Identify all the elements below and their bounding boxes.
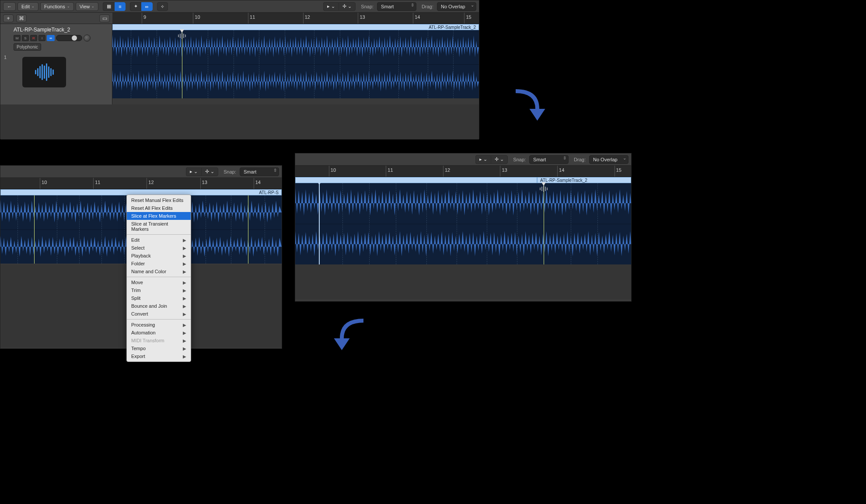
audio-region[interactable] [295, 183, 631, 264]
submenu-arrow-icon: ▶ [183, 261, 186, 266]
collapse-icon[interactable]: ▭ [99, 14, 110, 22]
flex-marker-icon[interactable] [175, 29, 189, 42]
timeline-ruler[interactable]: 9 10 11 12 13 14 15 [112, 13, 479, 24]
submenu-arrow-icon: ▶ [183, 254, 186, 258]
grid-icon[interactable]: ▦ [103, 2, 115, 11]
record-button[interactable]: R [30, 35, 37, 41]
menu-item-label: Folder [131, 261, 145, 266]
track-header[interactable]: 1 ATL-RP-SampleTrack_2 M S R I ∞ Polypho… [0, 24, 112, 104]
drag-select[interactable]: No Overlap [437, 2, 476, 11]
menu-item[interactable]: Folder▶ [127, 260, 191, 268]
waveform-channel-l [112, 30, 479, 64]
mute-button[interactable]: M [14, 35, 21, 41]
snap-label: Snap: [223, 169, 236, 174]
region-lane[interactable]: ATL-RP-SampleTrack_2 [295, 177, 631, 264]
flex-marker-line[interactable] [248, 195, 248, 264]
arrow-step-2-icon [328, 315, 367, 355]
menu-item-label: Processing [131, 322, 155, 327]
submenu-arrow-icon: ▶ [183, 296, 186, 301]
region-start-marker[interactable] [319, 183, 320, 264]
alt-tool-icon[interactable]: ✢ ⌄ [491, 155, 508, 164]
catch-icon[interactable]: ⟡ [157, 2, 168, 11]
timeline-ruler[interactable]: 10 11 12 13 14 [0, 178, 282, 189]
pointer-tool-icon[interactable]: ▸ ⌄ [323, 2, 339, 11]
toolbar: ← Edit⌄ Functions⌄ View⌄ ▦ ≡ ✦ ∞ ⟡ ▸ ⌄ ✢… [0, 0, 479, 13]
list-icon[interactable]: ≡ [115, 2, 125, 11]
input-button[interactable]: I [38, 35, 45, 41]
solo-button[interactable]: S [22, 35, 29, 41]
tool-group: ▸ ⌄ ✢ ⌄ [323, 2, 356, 11]
view-menu[interactable]: View⌄ [76, 2, 99, 11]
menu-separator [127, 319, 191, 320]
functions-menu[interactable]: Functions⌄ [40, 2, 74, 11]
menu-item[interactable]: Select▶ [127, 244, 191, 252]
menu-item[interactable]: Convert▶ [127, 310, 191, 318]
menu-item[interactable]: Reset Manual Flex Edits [127, 196, 191, 204]
drag-select[interactable]: No Overlap [589, 155, 629, 164]
volume-slider[interactable] [56, 35, 82, 41]
menu-item[interactable]: Bounce and Join▶ [127, 302, 191, 310]
submenu-arrow-icon: ▶ [183, 238, 186, 243]
loop-icon[interactable]: ∞ [141, 2, 153, 11]
snap-select[interactable]: Smart [529, 155, 569, 164]
menu-item[interactable]: Export▶ [127, 352, 191, 360]
snap-select[interactable]: Smart [377, 2, 416, 11]
region-header[interactable]: ATL-RP-SampleTrack_2 [112, 24, 479, 30]
flex-marker-icon[interactable] [537, 182, 550, 195]
menu-item[interactable]: Tempo▶ [127, 344, 191, 352]
track-icon [22, 57, 66, 87]
submenu-arrow-icon: ▶ [183, 304, 186, 309]
menu-item-label: Move [131, 280, 143, 285]
edit-menu[interactable]: Edit⌄ [17, 2, 38, 11]
submenu-arrow-icon: ▶ [183, 323, 186, 327]
alt-tool-icon[interactable]: ✢ ⌄ [339, 2, 356, 11]
menu-item[interactable]: Slice at Flex Markers [127, 212, 191, 220]
flex-icon[interactable]: ✦ [130, 2, 141, 11]
region-header-left[interactable] [295, 177, 537, 183]
snap-select[interactable]: Smart [240, 167, 279, 176]
region-start-handle-icon[interactable] [317, 181, 321, 187]
region-lane[interactable]: ATL-RP-SampleTrack_2 [112, 24, 479, 98]
menu-item[interactable]: Automation▶ [127, 329, 191, 337]
timeline-ruler[interactable]: 10 11 12 13 14 15 [295, 166, 631, 177]
add-track-button[interactable]: + [3, 14, 14, 22]
drag-label: Drag: [574, 157, 586, 162]
flex-marker-line[interactable] [34, 195, 35, 264]
menu-item-label: Name and Color [131, 269, 166, 274]
pan-knob[interactable] [84, 35, 91, 42]
svg-marker-6 [541, 182, 546, 186]
waveform-icon [35, 63, 54, 81]
empty-area [295, 264, 631, 299]
menu-item[interactable]: Edit▶ [127, 236, 191, 244]
menu-item-label: Select [131, 245, 145, 250]
submenu-arrow-icon: ▶ [183, 354, 186, 359]
menu-item-label: Split [131, 295, 140, 301]
menu-item[interactable]: Slice at Transient Markers [127, 220, 191, 233]
alt-tool-icon[interactable]: ✢ ⌄ [201, 167, 218, 176]
menu-separator [127, 234, 191, 235]
snap-label: Snap: [361, 4, 374, 9]
menu-item-label: MIDI Transform [131, 338, 164, 343]
library-icon[interactable]: ⌘ [16, 14, 27, 22]
submenu-arrow-icon: ▶ [183, 246, 186, 250]
menu-item-label: Tempo [131, 346, 146, 351]
tool-group: ▸ ⌄ ✢ ⌄ [186, 167, 218, 176]
menu-item-label: Slice at Flex Markers [131, 213, 176, 219]
menu-item[interactable]: Playback▶ [127, 252, 191, 260]
flex-mode-select[interactable]: Polyphonic [14, 43, 41, 51]
menu-item[interactable]: Reset All Flex Edits [127, 204, 191, 212]
menu-item[interactable]: Processing▶ [127, 321, 191, 329]
view-mode-group: ▦ ≡ [103, 2, 125, 11]
flex-button[interactable]: ∞ [47, 35, 55, 41]
region-header[interactable]: ATL-RP-SampleTrack_2 [537, 177, 631, 183]
svg-marker-0 [180, 29, 184, 33]
pointer-tool-icon[interactable]: ▸ ⌄ [186, 167, 201, 176]
menu-item[interactable]: Trim▶ [127, 286, 191, 294]
menu-item[interactable]: Name and Color▶ [127, 268, 191, 275]
pointer-tool-icon[interactable]: ▸ ⌄ [475, 155, 491, 164]
back-button[interactable]: ← [3, 2, 16, 11]
audio-region[interactable] [112, 30, 479, 98]
menu-item[interactable]: Split▶ [127, 294, 191, 302]
arrow-step-1-icon [512, 85, 551, 125]
menu-item[interactable]: Move▶ [127, 278, 191, 286]
